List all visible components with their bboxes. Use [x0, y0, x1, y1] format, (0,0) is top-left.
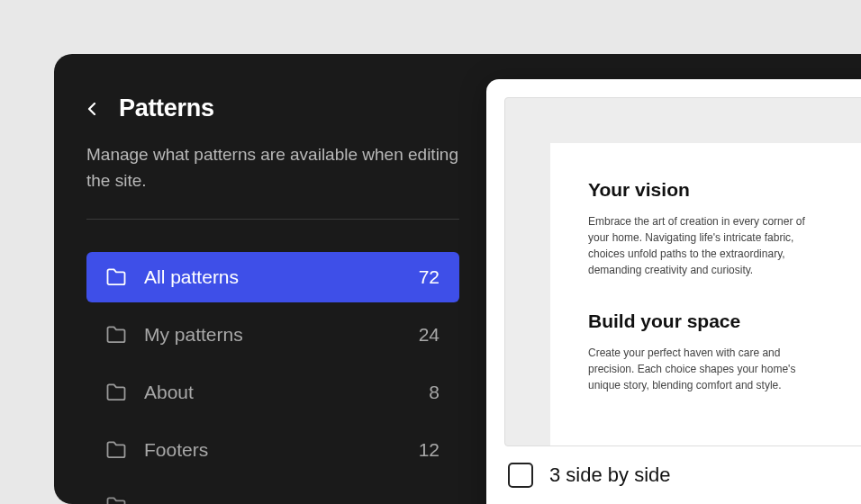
nav-item-count: 72 [419, 266, 440, 288]
nav-item-count: 24 [419, 324, 440, 346]
preview-text: Create your perfect haven with care and … [588, 345, 813, 393]
preview-heading: Build your space [588, 310, 813, 332]
preview-text: Embrace the art of creation in every cor… [588, 213, 813, 278]
nav-item-footers[interactable]: Footers 12 [86, 425, 459, 475]
pattern-footer: 3 side by side [504, 446, 861, 488]
folder-icon [106, 268, 126, 286]
pattern-select-checkbox[interactable] [508, 463, 533, 488]
nav-item-label: About [144, 382, 429, 403]
page-title: Patterns [119, 94, 214, 122]
nav-item-about[interactable]: About 8 [86, 367, 459, 418]
main-panel: Your vision Embrace the art of creation … [486, 79, 861, 504]
nav-item-count: 8 [429, 382, 440, 403]
app-container: Patterns Manage what patterns are availa… [54, 54, 861, 504]
folder-icon [106, 326, 126, 344]
preview-column: Your vision Embrace the art of creation … [588, 179, 813, 426]
folder-icon [106, 441, 126, 459]
preview-heading: Your vision [588, 179, 813, 201]
pattern-category-list: All patterns 72 My patterns 24 A [86, 252, 459, 504]
nav-item-label: Footers [144, 439, 419, 461]
back-chevron-icon[interactable] [86, 103, 99, 115]
preview-block: Build your space Create your perfect hav… [588, 310, 813, 393]
sidebar-header: Patterns [86, 94, 459, 122]
pattern-preview[interactable]: Your vision Embrace the art of creation … [504, 97, 861, 446]
nav-item-my-patterns[interactable]: My patterns 24 [86, 310, 459, 360]
folder-icon [106, 383, 126, 401]
preview-block: Your vision Embrace the art of creation … [588, 179, 813, 278]
divider [86, 219, 459, 220]
nav-item-all-patterns[interactable]: All patterns 72 [86, 252, 459, 302]
nav-item-partial[interactable] [86, 482, 459, 504]
page-description: Manage what patterns are available when … [86, 142, 459, 194]
nav-item-label: All patterns [144, 266, 419, 288]
sidebar: Patterns Manage what patterns are availa… [54, 54, 486, 504]
pattern-title: 3 side by side [549, 464, 671, 487]
nav-item-count: 12 [419, 439, 440, 461]
folder-icon [106, 497, 126, 504]
preview-card: Your vision Embrace the art of creation … [550, 143, 861, 446]
nav-item-label: My patterns [144, 324, 419, 346]
